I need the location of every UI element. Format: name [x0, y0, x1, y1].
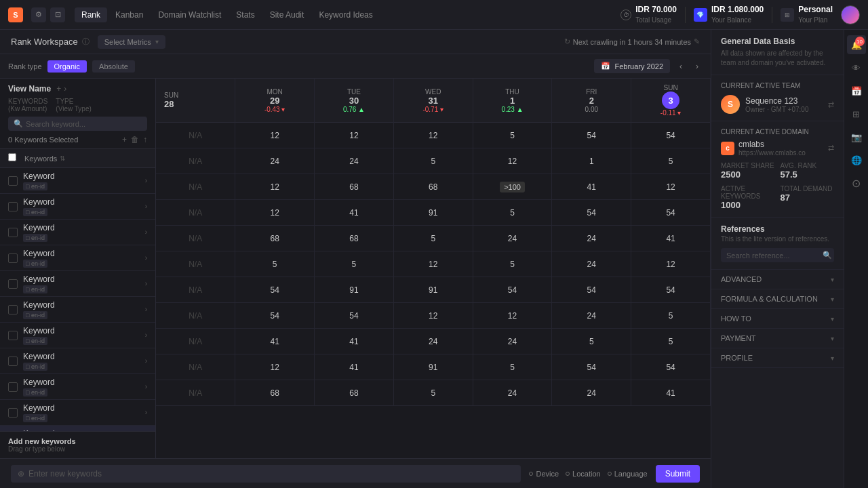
history-icon[interactable]: ⊡: [50, 7, 65, 22]
team-avatar: S: [721, 95, 740, 114]
refs-search[interactable]: 🔍: [721, 248, 834, 262]
add-kw-input-wrap[interactable]: ⊕: [11, 465, 521, 483]
plan-block: ⊞ Personal Your Plan: [781, 5, 833, 24]
right-panel: General Data Basis All data shown are af…: [711, 30, 844, 488]
export-selected-btn[interactable]: ↑: [143, 135, 147, 144]
active-team: S Sequence 123 Owner · GMT +07:00 ⇄: [721, 95, 834, 114]
team-sub: Owner · GMT +07:00: [745, 106, 823, 113]
screenshot-icon[interactable]: 📷: [847, 127, 866, 146]
accordion-how-to[interactable]: HOW TO ▾: [711, 309, 844, 329]
nav-view-btn[interactable]: ›: [64, 84, 66, 94]
location-dot: [566, 472, 570, 476]
list-item[interactable]: Keyword □ en-id ›: [0, 297, 155, 323]
team-refresh-icon[interactable]: ⇄: [828, 100, 834, 109]
language-option[interactable]: Language: [608, 470, 648, 478]
active-domain-label: CURRENT ACTIVE DOMAIN: [721, 128, 834, 136]
accordion-advanced[interactable]: ADVANCED ▾: [711, 270, 844, 289]
active-kw-stat: ACTIVE KEYWORDS 1000: [721, 185, 775, 210]
grid-icon[interactable]: ⊞: [847, 104, 866, 123]
total-usage-label: Total Usage: [635, 16, 677, 24]
location-option[interactable]: Location: [566, 470, 601, 478]
eye-icon[interactable]: 👁: [847, 58, 866, 77]
user-avatar[interactable]: [841, 5, 860, 24]
active-kw-value: 1000: [721, 200, 775, 210]
accordion-label: PROFILE: [721, 354, 753, 362]
selected-count: 0 Keywords Selected: [8, 136, 78, 144]
view-meta: KEYWORDS (Kw Amount) TYPE (View Type): [8, 98, 147, 113]
th-tue-30: TUE 30 0.76 ▲: [315, 79, 394, 123]
list-item[interactable]: Keyword □ en-id ›: [0, 271, 155, 297]
th-fri-2: FRI 2 0.00: [552, 79, 631, 123]
keyword-search-input[interactable]: [26, 120, 142, 128]
metrics-select[interactable]: Select Metrics ▾: [98, 35, 165, 49]
accordion-payment[interactable]: PAYMENT ▾: [711, 329, 844, 348]
content-area: Rank Workspace ⓘ Select Metrics ▾ ↻ Next…: [0, 30, 711, 488]
date-picker[interactable]: 📅 February 2022: [594, 59, 670, 73]
list-item[interactable]: Keyword □ en-id ›: [0, 323, 155, 348]
list-item[interactable]: Keyword □ en-id ›: [0, 400, 155, 426]
list-item[interactable]: Keyword □ en-id ›: [0, 194, 155, 220]
kw-checkbox[interactable]: [8, 176, 18, 186]
total-usage-block: ⏱ IDR 70.000 Total Usage: [620, 5, 677, 24]
refs-search-input[interactable]: [726, 251, 820, 260]
list-item[interactable]: Keyword □ en-id ›: [0, 426, 155, 431]
table-row: N/A 54 91 91 54 54 54: [156, 277, 711, 303]
absolute-btn[interactable]: Absolute: [92, 60, 135, 73]
device-option[interactable]: Device: [529, 470, 559, 478]
table-row: N/A 12 68 68 >100 41 12: [156, 174, 711, 200]
keyword-search-box[interactable]: 🔍: [8, 117, 147, 131]
domain-refresh-icon[interactable]: ⇄: [828, 144, 834, 152]
toggle-icon[interactable]: ⊙: [847, 174, 866, 192]
calendar-icon[interactable]: 📅: [847, 81, 866, 100]
delete-selected-btn[interactable]: 🗑: [131, 135, 139, 144]
nav-stats[interactable]: Stats: [229, 7, 261, 22]
organic-btn[interactable]: Organic: [47, 60, 87, 73]
selected-bar: 0 Keywords Selected + 🗑 ↑: [8, 135, 147, 144]
crawl-edit-icon[interactable]: ✎: [694, 37, 700, 46]
next-date-btn[interactable]: ›: [692, 60, 703, 73]
chevron-down-icon: ▾: [831, 335, 834, 342]
add-view-btn[interactable]: +: [56, 84, 61, 94]
add-selected-btn[interactable]: +: [122, 135, 127, 144]
notifications-icon[interactable]: 🔔 10: [847, 35, 866, 54]
expand-icon[interactable]: ›: [145, 177, 147, 184]
accordion-profile[interactable]: PROFILE ▾: [711, 348, 844, 368]
list-item[interactable]: Keyword □ en-id ›: [0, 348, 155, 374]
footer-options: Device Location Language: [529, 470, 647, 478]
divider2: [772, 7, 772, 23]
top-nav: S ⚙ ⊡ Rank Kanban Domain Watchlist Stats…: [0, 0, 868, 30]
right-icons: 🔔 10 👁 📅 ⊞ 📷 🌐 ⊙: [844, 30, 868, 488]
plan-name: Personal: [798, 5, 833, 16]
submit-btn[interactable]: Submit: [656, 465, 700, 483]
nav-site-audit[interactable]: Site Audit: [263, 7, 311, 22]
list-item[interactable]: Keyword □ en-id ›: [0, 168, 155, 194]
nav-keyword-ideas[interactable]: Keyword Ideas: [312, 7, 379, 22]
refs-sub: This is the lite version of references.: [721, 235, 834, 243]
refresh-icon: ↻: [564, 37, 570, 46]
nav-kanban[interactable]: Kanban: [108, 7, 150, 22]
link-icon[interactable]: 🌐: [847, 150, 866, 169]
domain-stats: MARKET SHARE 2500 AVG. RANK 57.5 ACTIVE …: [721, 162, 834, 210]
list-item[interactable]: Keyword □ en-id ›: [0, 374, 155, 400]
your-balance-block: 💎 IDR 1.080.000 Your Balance: [694, 5, 764, 24]
list-item[interactable]: Keyword □ en-id ›: [0, 245, 155, 271]
new-keyword-input[interactable]: [28, 469, 514, 479]
total-usage-amount: IDR 70.000: [635, 5, 677, 16]
table-row: N/A 24 24 5 12 1 5: [156, 148, 711, 174]
refs-search-icon: 🔍: [823, 251, 832, 260]
device-dot: [529, 472, 533, 476]
settings-icon[interactable]: ⚙: [31, 7, 46, 22]
chevron-down-icon: ▾: [155, 38, 159, 45]
table-header-row: SUN 28 MON 29 -0.43 ▾ TUE 30: [156, 79, 711, 123]
nav-domain-watchlist[interactable]: Domain Watchlist: [151, 7, 228, 22]
refs-title: References: [721, 224, 834, 234]
table-row: N/A 5 5 12 5 24 12: [156, 251, 711, 277]
sort-icon[interactable]: ⇅: [60, 155, 65, 162]
kw-header-checkbox[interactable]: [8, 153, 19, 163]
accordion-formula[interactable]: FORMULA & CALCULATION ▾: [711, 289, 844, 309]
rank-bar: Rank type Organic Absolute 📅 February 20…: [0, 54, 711, 79]
table-row: N/A 54 54 12 12 24 5: [156, 303, 711, 329]
nav-rank[interactable]: Rank: [75, 7, 107, 22]
prev-date-btn[interactable]: ‹: [675, 60, 686, 73]
list-item[interactable]: Keyword □ en-id ›: [0, 220, 155, 245]
